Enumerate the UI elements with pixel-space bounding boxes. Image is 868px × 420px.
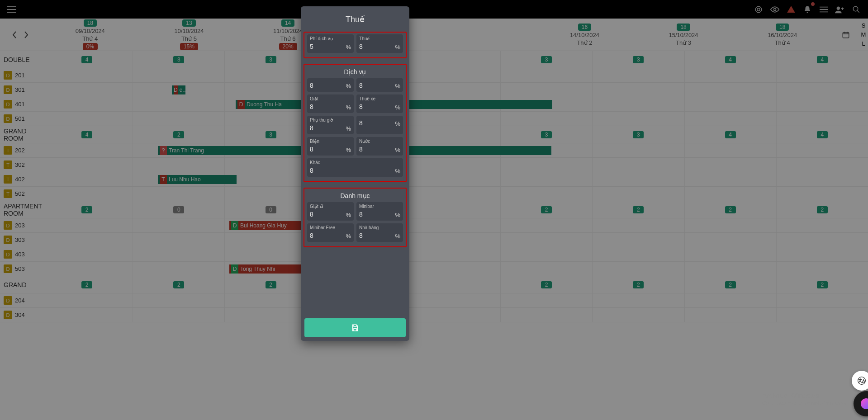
field-input[interactable] (359, 210, 388, 220)
category-section: Danh mục Giặt ủi%Minibar%Minibar Free%Nh… (304, 188, 407, 247)
field-label: Giặt ủi (310, 204, 351, 209)
service-section-title: Dịch vụ (307, 68, 403, 76)
percent-suffix: % (395, 120, 400, 127)
field-input[interactable] (310, 210, 339, 220)
tax-field: Thuế% (356, 34, 403, 53)
percent-suffix: % (346, 104, 351, 111)
percent-suffix: % (395, 146, 400, 153)
tax-field: % (356, 116, 403, 134)
percent-suffix: % (395, 44, 400, 51)
save-button[interactable] (304, 318, 406, 337)
tax-field: Minibar% (356, 202, 403, 221)
percent-suffix: % (395, 104, 400, 111)
tax-field: Giặt% (307, 94, 354, 113)
field-label: Khác (310, 160, 400, 165)
field-input[interactable] (359, 145, 388, 155)
tax-field: Phụ thu giờ% (307, 116, 354, 134)
field-label: Phí dịch vụ (310, 36, 351, 41)
tax-field: % (356, 78, 403, 92)
percent-suffix: % (395, 212, 400, 218)
tax-modal: Thuế Phí dịch vụ%Thuế% Dịch vụ %%Giặt%Th… (301, 6, 409, 341)
field-label: Giặt (310, 96, 351, 101)
modal-overlay[interactable] (0, 0, 868, 420)
field-input[interactable] (359, 42, 388, 52)
category-section-title: Danh mục (307, 192, 403, 199)
field-label: Phụ thu giờ (310, 118, 351, 123)
field-label: Thuế (359, 36, 400, 41)
field-label: Minibar (359, 204, 400, 209)
tax-field: Thuê xe% (356, 94, 403, 113)
field-input[interactable] (310, 231, 339, 241)
field-input[interactable] (359, 231, 388, 241)
field-input[interactable] (359, 102, 388, 112)
percent-suffix: % (346, 212, 351, 218)
tax-field: Giặt ủi% (307, 202, 354, 221)
field-input[interactable] (310, 42, 339, 52)
tax-field: Khác% (307, 158, 403, 177)
translate-fab-icon[interactable] (852, 371, 868, 391)
field-label: Thuê xe (359, 96, 400, 101)
field-input[interactable] (359, 81, 388, 91)
percent-suffix: % (346, 125, 351, 132)
percent-suffix: % (395, 233, 400, 240)
percent-suffix: % (346, 233, 351, 240)
fee-tax-section: Phí dịch vụ%Thuế% (304, 32, 407, 58)
field-input[interactable] (310, 102, 339, 112)
percent-suffix: % (346, 146, 351, 153)
tax-field: Phí dịch vụ% (307, 34, 354, 53)
tax-field: Điện% (307, 137, 354, 156)
modal-title: Thuế (301, 6, 409, 29)
field-label: Nhà hàng (359, 225, 400, 230)
tax-field: Nước% (356, 137, 403, 156)
percent-suffix: % (395, 168, 400, 175)
field-input[interactable] (359, 118, 388, 128)
tax-field: % (307, 78, 354, 92)
field-input[interactable] (310, 123, 339, 133)
tax-field: Minibar Free% (307, 223, 354, 242)
field-input[interactable] (310, 81, 339, 91)
percent-suffix: % (346, 83, 351, 90)
percent-suffix: % (395, 83, 400, 90)
field-label: Minibar Free (310, 225, 351, 230)
field-label: Nước (359, 139, 400, 144)
field-input[interactable] (310, 166, 373, 176)
tax-field: Nhà hàng% (356, 223, 403, 242)
modal-spacer (301, 250, 409, 315)
field-input[interactable] (310, 145, 339, 155)
save-icon (351, 324, 359, 332)
field-label: Điện (310, 139, 351, 144)
service-section: Dịch vụ %%Giặt%Thuê xe%Phụ thu giờ%%Điện… (304, 64, 407, 182)
percent-suffix: % (346, 44, 351, 51)
